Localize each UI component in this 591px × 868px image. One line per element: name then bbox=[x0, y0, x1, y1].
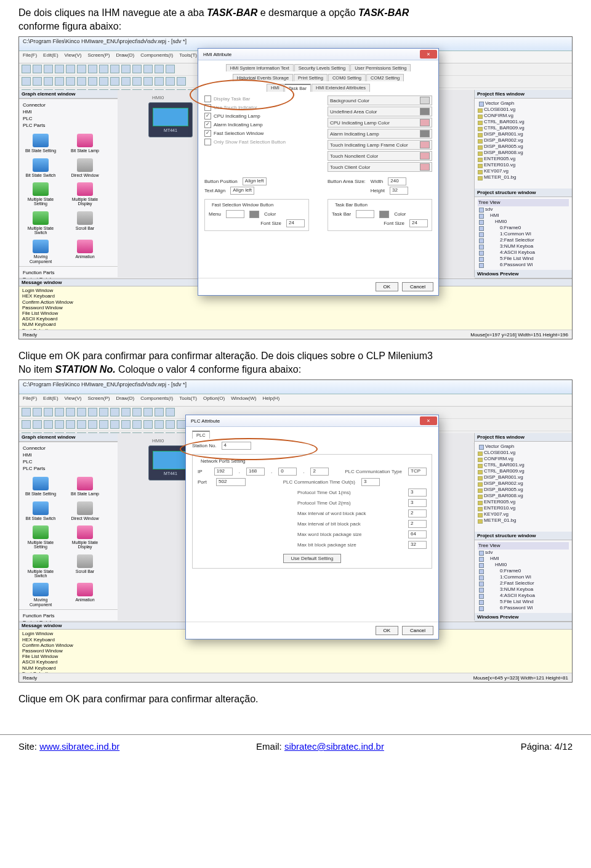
cancel-button[interactable]: Cancel bbox=[402, 282, 433, 291]
tree-plcparts[interactable]: PLC Parts bbox=[23, 122, 114, 129]
paragraph-3: Clique em OK para confirmar para confirm… bbox=[18, 692, 573, 706]
page-footer: Site: www.sibratec.ind.br Email: sibrate… bbox=[0, 734, 591, 764]
close-icon[interactable]: × bbox=[420, 50, 437, 59]
ok-button[interactable]: OK bbox=[376, 282, 399, 291]
chk-alarm-lamp[interactable]: ✓Alarm Indicating Lamp bbox=[204, 120, 309, 129]
tab-plc[interactable]: PLC bbox=[192, 431, 210, 439]
menu-components[interactable]: Components(I) bbox=[140, 52, 173, 62]
status-ready: Ready bbox=[23, 332, 37, 338]
menu-draw[interactable]: Draw(D) bbox=[116, 52, 134, 62]
tab-com2[interactable]: COM2 Setting bbox=[366, 74, 404, 81]
screenshot-2: C:\Program Files\Kinco HMIware_ENU\proje… bbox=[18, 379, 573, 683]
tab-print[interactable]: Print Setting bbox=[294, 74, 328, 81]
tab-extattr[interactable]: HMI Extended Attributes bbox=[312, 84, 370, 92]
chk-cpu-lamp[interactable]: ✓CPU Indicating Lamp bbox=[204, 112, 309, 120]
tab-userperm[interactable]: User Permissions Setting bbox=[350, 64, 411, 71]
graph-element-window: Graph element window Connector HMI PLC P… bbox=[19, 90, 118, 277]
ok-button[interactable]: OK bbox=[376, 626, 399, 635]
chk-fsw[interactable]: ✓Fast Selection Window bbox=[204, 129, 309, 137]
function-parts[interactable]: Function Parts bbox=[23, 269, 114, 276]
tab-sysinfo[interactable]: HMI System Information Text bbox=[226, 64, 294, 71]
tab-security[interactable]: Security Levels Setting bbox=[294, 64, 350, 71]
status-mouse: Mouse[x=197 y=216] Width=151 Height=196 bbox=[470, 332, 568, 338]
paragraph-2: Clique em OK para confirmar para confirm… bbox=[18, 349, 573, 376]
menu-file[interactable]: File(F) bbox=[23, 52, 37, 62]
plc-attribute-dialog: PLC Attribute× PLC Station No.4 Network … bbox=[185, 415, 439, 639]
site-link[interactable]: www.sibratec.ind.br bbox=[39, 741, 119, 752]
close-icon[interactable]: × bbox=[420, 416, 437, 425]
right-panels: Project files window Vector Graph CLOSE0… bbox=[474, 90, 572, 277]
menu-edit[interactable]: Edit(E) bbox=[43, 52, 58, 62]
chk-only-fsb[interactable]: Only Show Fast Selection Button bbox=[204, 137, 309, 146]
page-number: Página: 4/12 bbox=[521, 741, 573, 752]
tree-plc[interactable]: PLC bbox=[23, 115, 114, 122]
menu-tools[interactable]: Tools(T) bbox=[179, 52, 197, 62]
screenshot-1: C:\Program Files\Kinco HMIware_ENU\proje… bbox=[18, 36, 573, 339]
cancel-button[interactable]: Cancel bbox=[402, 626, 433, 635]
tree-connector[interactable]: Connector bbox=[23, 102, 114, 108]
paragraph-1: De dois cliques na IHM navegue ate a aba… bbox=[18, 6, 573, 33]
hmi-attribute-dialog: HMI Attribute× HMI System Information Te… bbox=[198, 48, 439, 296]
menu-screen[interactable]: Screen(P) bbox=[87, 52, 110, 62]
tree-hmi[interactable]: HMI bbox=[23, 108, 114, 115]
email-link[interactable]: sibratec@sibratec.ind.br bbox=[284, 741, 384, 752]
tab-com0[interactable]: COM0 Setting bbox=[328, 74, 366, 81]
use-default-button[interactable]: Use Default Setting bbox=[283, 554, 342, 563]
menu-view[interactable]: View(V) bbox=[65, 52, 82, 62]
hmi-device[interactable]: MT441 bbox=[148, 102, 193, 137]
